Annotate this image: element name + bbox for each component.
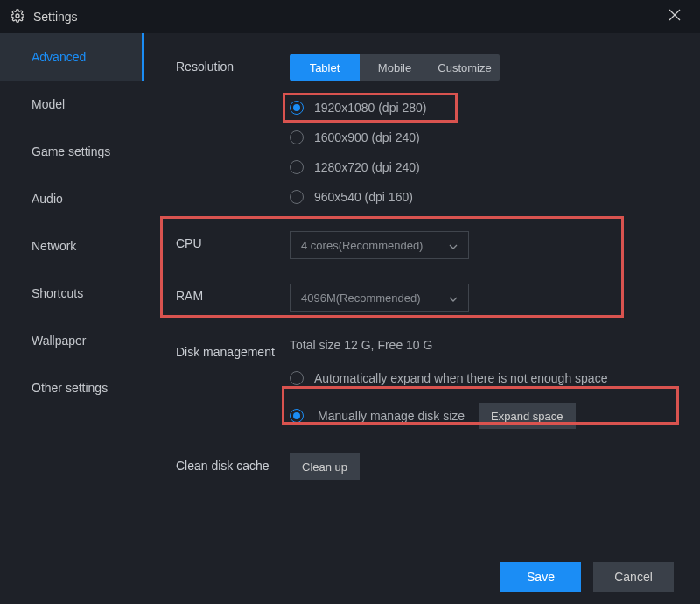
ram-label: RAM (176, 284, 290, 303)
chevron-down-icon (449, 293, 458, 302)
sidebar-item-other-settings[interactable]: Other settings (0, 364, 144, 411)
resolution-option-1600[interactable]: 1600x900 (dpi 240) (290, 128, 426, 147)
tab-mobile[interactable]: Mobile (360, 54, 430, 81)
sidebar-item-label: Other settings (32, 381, 108, 395)
expand-space-button[interactable]: Expand space (479, 403, 575, 429)
sidebar-item-audio[interactable]: Audio (0, 175, 144, 222)
titlebar: Settings (0, 0, 700, 33)
sidebar: Advanced Model Game settings Audio Netwo… (0, 33, 144, 550)
radio-icon (290, 190, 304, 204)
sidebar-item-advanced[interactable]: Advanced (0, 33, 144, 81)
gear-icon (10, 9, 24, 25)
cancel-button[interactable]: Cancel (593, 562, 674, 592)
ram-select[interactable]: 4096M(Recommended) (290, 284, 469, 312)
ram-select-value: 4096M(Recommended) (301, 291, 421, 305)
disk-manual-option[interactable]: Manually manage disk size Expand space (290, 403, 607, 429)
cpu-label: CPU (176, 231, 290, 250)
sidebar-item-label: Model (32, 97, 65, 111)
settings-window: Settings Advanced Model Game settings Au… (0, 0, 700, 604)
sidebar-item-label: Network (32, 239, 76, 253)
tab-tablet[interactable]: Tablet (290, 54, 360, 81)
sidebar-item-wallpaper[interactable]: Wallpaper (0, 317, 144, 364)
radio-icon (290, 130, 304, 144)
titlebar-left: Settings (10, 9, 78, 25)
radio-label: Automatically expand when there is not e… (314, 371, 607, 385)
resolution-option-1920[interactable]: 1920x1080 (dpi 280) (290, 98, 426, 117)
resolution-label: Resolution (176, 54, 290, 74)
sidebar-item-label: Advanced (32, 50, 86, 64)
disk-label: Disk management (176, 338, 290, 362)
radio-label: 1600x900 (dpi 240) (314, 130, 420, 144)
sidebar-item-label: Audio (32, 192, 63, 206)
disk-auto-option[interactable]: Automatically expand when there is not e… (290, 364, 607, 392)
clean-up-button[interactable]: Clean up (290, 453, 360, 480)
window-title: Settings (33, 10, 78, 24)
tab-customize[interactable]: Customize (430, 54, 500, 81)
sidebar-item-model[interactable]: Model (0, 81, 144, 128)
save-button[interactable]: Save (500, 562, 581, 592)
chevron-down-icon (449, 241, 458, 249)
sidebar-item-label: Shortcuts (32, 286, 83, 300)
close-icon[interactable] (660, 4, 690, 30)
cpu-select-value: 4 cores(Recommended) (301, 239, 423, 252)
sidebar-item-label: Game settings (32, 144, 110, 158)
cpu-select[interactable]: 4 cores(Recommended) (290, 231, 469, 259)
resolution-radio-list: 1920x1080 (dpi 280) 1600x900 (dpi 240) 1… (290, 98, 426, 207)
radio-label: 1280x720 (dpi 240) (314, 160, 420, 174)
svg-point-0 (16, 14, 19, 18)
radio-label: 960x540 (dpi 160) (314, 190, 413, 204)
resolution-option-1280[interactable]: 1280x720 (dpi 240) (290, 158, 426, 177)
sidebar-item-label: Wallpaper (32, 334, 87, 348)
sidebar-item-shortcuts[interactable]: Shortcuts (0, 270, 144, 317)
disk-info: Total size 12 G, Free 10 G (290, 338, 607, 352)
resolution-tabs: Tablet Mobile Customize (290, 54, 500, 81)
radio-icon (290, 160, 304, 174)
radio-icon (290, 101, 304, 115)
radio-icon (290, 371, 304, 385)
sidebar-item-game-settings[interactable]: Game settings (0, 128, 144, 175)
clean-cache-label: Clean disk cache (176, 453, 290, 473)
resolution-option-960[interactable]: 960x540 (dpi 160) (290, 187, 426, 207)
footer: Save Cancel (0, 550, 700, 604)
main-panel: Resolution Tablet Mobile Customize 1920x… (144, 33, 700, 550)
sidebar-item-network[interactable]: Network (0, 222, 144, 270)
radio-icon (290, 409, 304, 423)
radio-label: Manually manage disk size (318, 409, 465, 423)
radio-label: 1920x1080 (dpi 280) (314, 101, 426, 115)
